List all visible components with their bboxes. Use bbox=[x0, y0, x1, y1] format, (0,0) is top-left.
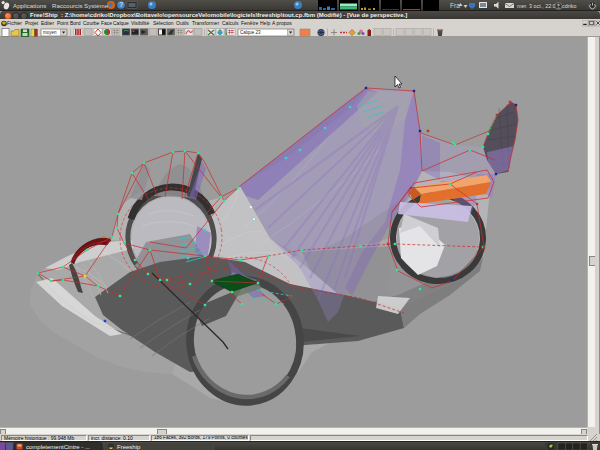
svg-text:Fra: Fra bbox=[450, 2, 460, 9]
svg-text:moyen: moyen bbox=[43, 30, 57, 35]
svg-text:Calque 23: Calque 23 bbox=[240, 30, 261, 35]
svg-text:?: ? bbox=[119, 1, 123, 8]
